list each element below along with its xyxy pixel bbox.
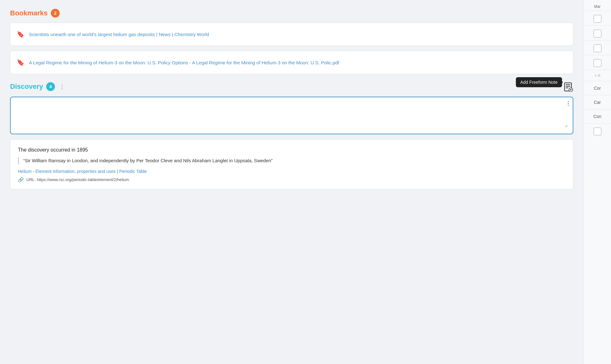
bookmark-icon-1: 🔖 [17, 30, 24, 38]
right-sidebar: Mar + A Cor Car Con [583, 0, 611, 364]
url-link-icon: 🔗 [18, 177, 24, 183]
sidebar-checkbox-3 [584, 40, 611, 55]
discovery-section: Discovery 4 ⋮ Add Freeform Note [10, 82, 573, 189]
url-label-text: URL: [26, 177, 36, 182]
bookmarks-header: Bookmarks 2 [10, 9, 573, 18]
sidebar-checkbox-1 [584, 11, 611, 26]
discovery-header: Discovery 4 ⋮ Add Freeform Note [10, 82, 573, 92]
sidebar-checkbox-5 [584, 124, 611, 138]
discovery-menu-button[interactable]: ⋮ [59, 83, 65, 90]
discovery-quote: “Sir William Ramsay in London, and indep… [18, 157, 565, 164]
sidebar-mar-label: Mar [584, 3, 611, 11]
discovery-title: Discovery [10, 83, 43, 91]
discovery-result-title: The discovery occurred in 1895 [18, 147, 565, 153]
add-note-button-area: Add Freeform Note [563, 82, 573, 92]
sidebar-con-label: Con [584, 110, 611, 124]
freeform-note-textarea[interactable] [16, 102, 568, 127]
url-value: https://www.rsc.org/periodic-table/eleme… [37, 177, 129, 182]
freeform-note-card [10, 97, 573, 134]
checkbox-4[interactable] [593, 59, 602, 67]
checkbox-5[interactable] [593, 127, 602, 136]
discovery-source-link[interactable]: Helium - Element information, properties… [18, 169, 565, 174]
checkbox-3[interactable] [593, 44, 602, 52]
sidebar-checkbox-2 [584, 26, 611, 40]
checkbox-2[interactable] [593, 29, 602, 38]
add-freeform-note-tooltip: Add Freeform Note [516, 77, 562, 87]
note-options-button[interactable] [568, 101, 569, 106]
sidebar-car-label: Car [584, 95, 611, 110]
add-freeform-note-button[interactable] [563, 82, 573, 92]
bookmarks-title: Bookmarks [10, 9, 48, 17]
checkbox-1[interactable] [593, 15, 602, 23]
discovery-result-card: The discovery occurred in 1895 “Sir Will… [10, 139, 573, 189]
sidebar-add-label[interactable]: + A [584, 70, 611, 81]
url-label: URL: https://www.rsc.org/periodic-table/… [26, 177, 129, 182]
bookmark-icon-2: 🔖 [17, 59, 24, 66]
bookmark-item-2[interactable]: 🔖 A Legal Regime for the Mining of Heliu… [10, 51, 573, 74]
sidebar-checkbox-4 [584, 55, 611, 70]
dot-2 [568, 103, 569, 104]
bookmark-link-1[interactable]: Scientists unearth one of world's larges… [29, 32, 209, 37]
dot-1 [568, 101, 569, 102]
dot-3 [568, 105, 569, 106]
bookmarks-badge: 2 [51, 9, 60, 18]
notebook-plus-icon [563, 82, 573, 92]
bookmark-link-2[interactable]: A Legal Regime for the Mining of Helium-… [29, 60, 339, 65]
main-content: Bookmarks 2 🔖 Scientists unearth one of … [0, 0, 583, 364]
discovery-url-row: 🔗 URL: https://www.rsc.org/periodic-tabl… [18, 177, 565, 183]
sidebar-cor-label: Cor [584, 81, 611, 95]
bookmark-item-1[interactable]: 🔖 Scientists unearth one of world's larg… [10, 23, 573, 46]
discovery-badge: 4 [46, 82, 55, 91]
